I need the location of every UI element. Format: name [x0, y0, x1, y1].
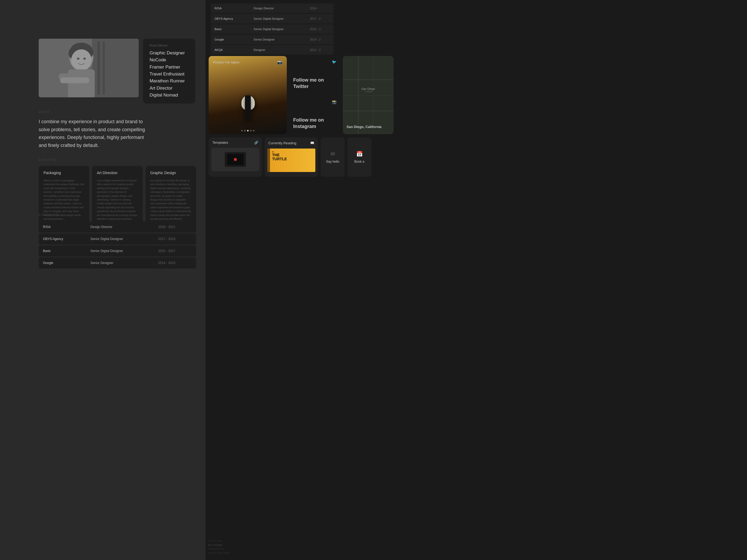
art-direction-title: Art Direction [97, 171, 138, 175]
footer: 10:47:27 AM Buy Template Created by me ©… [208, 539, 229, 555]
role-digital-nomad: Digital Nomad [149, 92, 189, 99]
camera-icon: 📷 [277, 60, 283, 65]
calendar-icon: 📅 [356, 151, 363, 157]
table-row: Basic Senior Digital Designer 2015 - 2 [211, 24, 334, 34]
table-row: Basic Senior Digital Designer 2015 - 201… [39, 245, 196, 257]
company-name: OBYS Agency [211, 14, 250, 24]
company-name: R/GA [211, 3, 250, 13]
svg-rect-2 [97, 41, 100, 95]
role-title: Senior Digital Designer [86, 245, 154, 257]
company-name: R/GA [39, 221, 86, 233]
years: 2014 - 2 [306, 35, 334, 44]
hero-text-card: Pixel Mover Graphic Designer NoCode Fram… [143, 39, 195, 104]
footer-created: Created by me [208, 547, 229, 551]
years: 2014 - 2015 [154, 257, 196, 269]
company-name: Google [39, 257, 86, 269]
role-title: Senior Digital Designer [86, 233, 154, 244]
role-travel-enthusiast: Travel Enthusiast [149, 71, 189, 78]
years: 2018 - [306, 3, 334, 13]
footer-time: 10:47:27 AM [208, 539, 229, 543]
years: 2011 - 2 [306, 45, 334, 55]
svg-rect-13 [60, 77, 89, 83]
company-name: Google [211, 35, 250, 44]
pixel-mover-label: Pixel Mover [149, 44, 189, 48]
book-a-label: Book a [354, 160, 364, 163]
years: 2018 - 2021 [154, 221, 196, 233]
role-art-director: Art Director [149, 85, 189, 92]
role-title: Senior Digital Designer [250, 24, 306, 34]
years: 2015 - 2017 [154, 245, 196, 257]
reading-card[interactable]: Currently Reading 📖 M THETURTLE [265, 137, 318, 177]
table-row: R/GA Design Director 2018 - [211, 3, 334, 13]
table-row: AKQA Designer 2011 - 2 [211, 45, 334, 55]
svg-point-9 [77, 58, 79, 60]
company-name: Basic [211, 24, 250, 34]
templates-title: Templates [212, 140, 228, 144]
about-section: ABOUT I combine my experience in product… [39, 111, 148, 150]
role-title: Designer [250, 45, 306, 55]
twitter-icon: 🐦 [332, 60, 336, 64]
book-icon: 📖 [310, 141, 314, 145]
link-icon: 🔗 [254, 141, 258, 144]
footer-copy: © 2023 Name Dolor [208, 551, 229, 555]
table-row: R/GA Design Director 2018 - 2021 [39, 221, 196, 233]
say-hello-card[interactable]: ✉ Say hello [321, 137, 345, 177]
role-framer-partner: Framer Partner [149, 64, 189, 71]
role-title: Design Director [250, 3, 306, 13]
bento-row-1: Photos I've taken 📷 [209, 56, 393, 134]
left-panel: Pixel Mover Graphic Designer NoCode Fram… [0, 0, 205, 560]
experience-table: R/GA Design Director 2018 - 2021 OBYS Ag… [39, 220, 196, 269]
role-graphic-designer: Graphic Designer [149, 50, 189, 56]
svg-point-10 [83, 58, 86, 60]
right-experience-section: R/GA Design Director 2018 - OBYS Agency … [205, 0, 339, 58]
photos-header: Photos I've taken 📷 [209, 56, 287, 69]
location-card: San Diego, California San Diego ↗ Irvine [343, 56, 393, 134]
table-row: Google Senior Designer 2014 - 2 [211, 35, 334, 44]
reading-title: Currently Reading [268, 141, 297, 145]
table-row: OBYS Agency Senior Digital Designer 2017… [211, 14, 334, 24]
mail-icon: ✉ [331, 151, 335, 157]
graphic-design-title: Graphic Design [150, 171, 191, 175]
about-label: ABOUT [39, 111, 148, 114]
years: 2015 - 2 [306, 24, 334, 34]
twitter-card[interactable]: 🐦 Follow me on Twitter [289, 56, 340, 93]
templates-card[interactable]: Templates 🔗 [209, 137, 262, 177]
role-title: Senior Designer [250, 35, 306, 44]
instagram-icon: 📸 [332, 100, 336, 104]
instagram-follow-text: Follow me on Instagram [293, 117, 336, 130]
instagram-card[interactable]: 📸 Follow me on Instagram [289, 96, 340, 133]
company-name: Basic [39, 245, 86, 257]
footer-buy[interactable]: Buy Template [208, 543, 229, 547]
right-panel: R/GA Design Director 2018 - OBYS Agency … [205, 0, 747, 560]
role-nocode: NoCode [149, 56, 189, 63]
role-title: Design Director [86, 221, 154, 233]
role-title: Senior Designer [86, 257, 154, 269]
say-hello-label: Say hello [326, 160, 339, 163]
bento-row-2: Templates 🔗 Currently Reading 📖 [209, 137, 371, 177]
years: 2017 - 2018 [154, 233, 196, 244]
right-experience-table: R/GA Design Director 2018 - OBYS Agency … [211, 3, 334, 55]
years: 2017 - 2 [306, 14, 334, 24]
svg-point-8 [71, 49, 92, 71]
packaging-title: Packaging [44, 171, 84, 175]
table-row: Google Senior Designer 2014 - 2015 [39, 257, 196, 269]
profile-photo [39, 39, 139, 97]
experience-section: EXPERIENCE R/GA Design Director 2018 - 2… [39, 213, 196, 269]
book-title-text: THETURTLE [272, 153, 313, 161]
expertise-label: EXPERTISE [39, 159, 196, 162]
hero-section: Pixel Mover Graphic Designer NoCode Fram… [39, 39, 196, 104]
social-column: 🐦 Follow me on Twitter 📸 Follow me on In… [289, 56, 340, 134]
photos-card[interactable]: Photos I've taken 📷 [209, 56, 287, 134]
role-title: Senior Digital Designer [250, 14, 306, 24]
book-a-card[interactable]: 📅 Book a [347, 137, 371, 177]
location-title: San Diego, California [346, 125, 382, 129]
about-text: I combine my experience in product and b… [39, 118, 148, 150]
twitter-follow-text: Follow me on Twitter [293, 77, 336, 89]
company-name: AKQA [211, 45, 250, 55]
company-name: OBYS Agency [39, 233, 86, 244]
role-marathon-runner: Marathon Runner [149, 78, 189, 84]
photos-title: Photos I've taken [213, 60, 239, 64]
svg-rect-3 [103, 41, 105, 95]
experience-label: EXPERIENCE [39, 213, 196, 216]
table-row: OBYS Agency Senior Digital Designer 2017… [39, 233, 196, 244]
